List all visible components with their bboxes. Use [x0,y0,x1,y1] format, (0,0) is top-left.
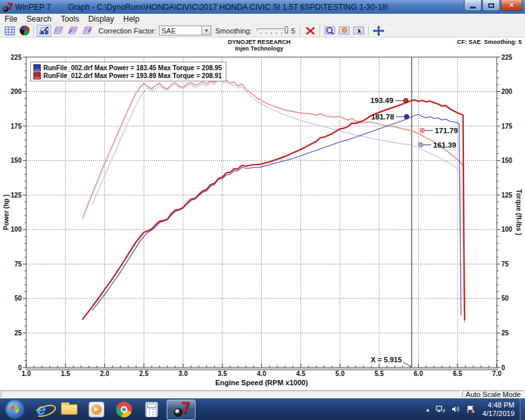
svg-text:2.0: 2.0 [100,370,110,377]
menu-display[interactable]: Display [83,14,118,24]
legend-label: RunFile_002.drf Max Power = 183.45 Max T… [43,64,222,72]
taskbar-item-media-player[interactable]: ▶ [83,398,110,420]
svg-text:5.5: 5.5 [375,370,384,377]
toolbar: Correction Factor: SAE ▾ Smoothing: 5 [0,24,525,37]
media-player-icon: ▶ [89,402,104,417]
svg-text:125: 125 [501,192,513,199]
graph-view-4-button[interactable] [80,25,94,37]
graph-view-3-button[interactable] [66,25,80,37]
graph-3d-wire-icon [52,26,64,35]
svg-text:6.5: 6.5 [453,370,462,377]
app-name: WinPEP 7 [15,3,51,12]
svg-text:1.5: 1.5 [61,370,70,377]
marker-value-label: 181.78 [371,113,394,121]
graph-3d-filled-icon [38,26,50,35]
gauge-icon [20,26,30,35]
smoothing-value: 5 [291,27,295,35]
y-axis-title-left: Power (hp ) [3,194,10,230]
gauge-button[interactable] [17,25,32,37]
legend-label: RunFile_012.drf Max Power = 193.89 Max T… [43,72,222,79]
svg-text:25: 25 [14,329,22,337]
chevron-down-icon[interactable]: ▾ [201,26,211,35]
dyno-chart-plot[interactable]: 0025255050757510010012512515015017517520… [0,37,525,389]
svg-text:4.0: 4.0 [257,370,266,377]
folder-icon [61,404,77,415]
menu-bar: File Search Tools Display Help [0,14,525,24]
smoothing-label: Smoothing: [215,27,252,35]
svg-text:100: 100 [501,226,513,233]
x-axis-title: Engine Speed (RPM x1000) [215,379,308,387]
slider-track [257,28,288,32]
crosshair-axes-icon [373,26,385,36]
select-graph-button[interactable] [352,25,366,37]
svg-text:200: 200 [501,88,513,95]
smoothing-slider[interactable] [257,26,288,35]
graph-view-2-button[interactable] [51,25,66,37]
menu-help[interactable]: Help [119,14,144,24]
clock-time: 4:48 PM [482,401,514,410]
menu-search[interactable]: Search [22,14,56,24]
taskbar-item-internet-explorer[interactable]: e [28,398,55,420]
correction-factor-label: Correction Factor: [98,27,156,35]
scale-mode-status: Auto Scale Mode [462,390,524,398]
svg-text:200: 200 [10,88,22,95]
slider-thumb[interactable] [285,26,288,33]
cursor-graph-icon [353,26,365,35]
svg-text:175: 175 [10,123,22,130]
chrome-icon [116,402,132,417]
menu-file[interactable]: File [0,14,22,24]
close-button[interactable]: × [501,0,522,11]
svg-text:7.0: 7.0 [492,370,501,377]
minimize-button[interactable] [464,0,482,11]
taskbar-item-chrome[interactable] [110,398,138,420]
svg-text:225: 225 [10,54,22,61]
y-axis-title-right: Torque (ft-lbs ) [515,190,522,236]
marker-value-label: 171.79 [434,127,457,135]
taskbar-clock[interactable]: 4:48 PM 4/17/2019 [482,401,514,418]
svg-text:1.0: 1.0 [22,370,31,377]
graph-3d-wire2-icon [67,26,79,35]
network-icon[interactable] [436,406,445,413]
tray-expand-button[interactable]: ▴ [427,406,430,413]
svg-text:175: 175 [501,123,513,130]
svg-text:75: 75 [501,261,509,268]
svg-text:0: 0 [501,364,505,371]
axes-cursor-button[interactable] [371,25,386,37]
legend-row: RunFile_002.drf Max Power = 183.45 Max T… [33,64,222,72]
internet-explorer-icon: e [37,402,45,417]
svg-text:3.0: 3.0 [178,370,188,377]
clock-date: 4/17/2019 [482,410,514,418]
pan-graph-button[interactable] [337,25,352,37]
svg-text:150: 150 [501,157,513,164]
maximize-button[interactable] [482,0,500,11]
graph-page: DYNOJET RESEARCH Injen Technology CF: SA… [0,37,525,389]
chart-legend: RunFile_002.drf Max Power = 183.45 Max T… [30,62,226,81]
taskbar-item-explorer[interactable] [55,398,83,420]
taskbar-item-winpep-active[interactable]: 7 [167,400,196,420]
close-icon: × [509,1,514,10]
magnifier-graph-icon [324,26,336,35]
menu-tools[interactable]: Tools [56,14,83,24]
show-desktop-button[interactable] [520,398,525,420]
legend-swatch-icon [33,64,41,72]
window-title: Graph - C:\DynoRuns\HONDA\CIVIC\2017 HON… [68,3,388,12]
graph-view-1-button[interactable] [37,25,51,37]
volume-icon[interactable] [452,406,460,413]
winpep-app-icon: 7 [3,3,12,12]
data-table-button[interactable] [3,25,17,37]
delete-run-button[interactable] [303,25,318,37]
svg-text:3.5: 3.5 [218,370,227,377]
legend-row: RunFile_012.drf Max Power = 193.89 Max T… [33,72,222,79]
taskbar: e ▶ 7 ▴ [0,398,525,420]
svg-text:50: 50 [501,295,509,302]
start-button[interactable] [0,398,28,420]
svg-text:6.0: 6.0 [414,370,423,377]
svg-text:5.0: 5.0 [335,370,345,377]
taskbar-item-calculator[interactable] [138,398,165,420]
correction-factor-select[interactable]: SAE ▾ [159,26,211,35]
status-message-panel [1,390,461,398]
svg-text:75: 75 [14,261,22,268]
zoom-graph-button[interactable] [323,25,337,37]
marker-value-label: 193.49 [370,96,393,104]
action-center-flag-icon[interactable] [467,406,475,413]
